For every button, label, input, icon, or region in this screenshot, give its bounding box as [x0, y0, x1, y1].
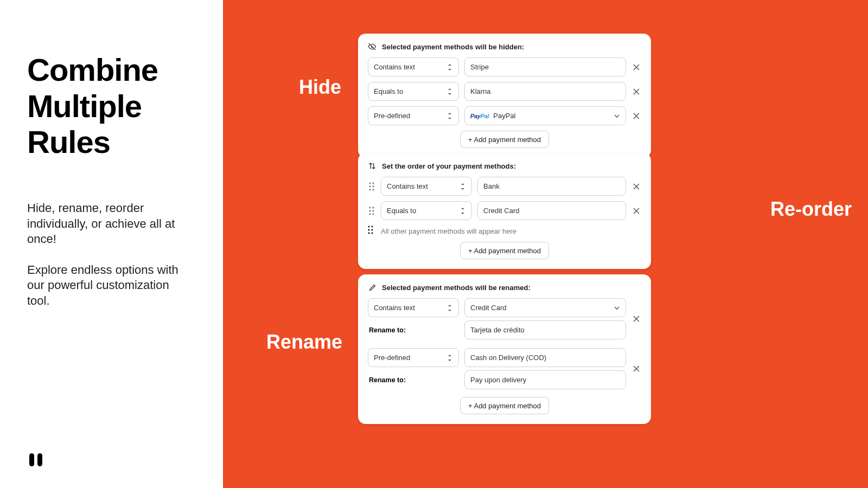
sort-icon — [459, 207, 466, 215]
reorder-card: Set the order of your payment methods: C… — [358, 153, 651, 269]
remove-pair-button[interactable] — [631, 316, 641, 322]
svg-point-13 — [373, 213, 374, 215]
rename-pair: Pre-defined Cash on Delivery (COD) Renam… — [368, 348, 641, 389]
match-select[interactable]: Equals to — [381, 201, 472, 220]
rename-to-label: Rename to: — [368, 376, 459, 384]
value-dropdown[interactable]: PayPal PayPal — [464, 106, 626, 125]
drag-handle-icon[interactable] — [368, 182, 375, 191]
rename-to-text: Pay upon delivery — [470, 376, 526, 384]
hide-card-title: Selected payment methods will be hidden: — [382, 43, 524, 51]
value-text: Bank — [483, 182, 500, 190]
remove-row-button[interactable] — [631, 113, 641, 119]
reorder-row: Equals to Credit Card — [368, 201, 641, 220]
add-payment-method-button[interactable]: + Add payment method — [460, 242, 549, 259]
remove-pair-button[interactable] — [631, 365, 641, 372]
svg-point-17 — [372, 229, 373, 231]
svg-point-11 — [373, 210, 374, 211]
reorder-arrows-icon — [368, 162, 376, 170]
svg-point-6 — [369, 189, 371, 190]
drag-handle-icon[interactable] — [368, 207, 375, 215]
match-select[interactable]: Pre-defined — [368, 348, 459, 367]
marketing-sidebar: Combine Multiple Rules Hide, rename, reo… — [0, 0, 223, 488]
value-input[interactable]: Bank — [477, 177, 626, 196]
svg-point-7 — [373, 189, 374, 190]
pencil-icon — [368, 283, 376, 292]
eye-off-icon — [368, 42, 376, 51]
drag-handle-icon[interactable] — [368, 226, 375, 236]
svg-point-14 — [368, 226, 370, 228]
remove-row-button[interactable] — [631, 88, 641, 95]
hide-row: Equals to Klarna — [368, 82, 641, 101]
value-text: Stripe — [470, 63, 489, 71]
hide-label: Hide — [299, 76, 341, 99]
value-text: Cash on Delivery (COD) — [470, 354, 546, 362]
value-text: Credit Card — [483, 207, 519, 215]
chevron-down-icon — [614, 305, 620, 311]
hide-row: Pre-defined PayPal PayPal — [368, 106, 641, 125]
sort-icon — [446, 354, 453, 362]
canvas: Hide Re-order Rename Selected payment me… — [223, 0, 868, 488]
rename-card: Selected payment methods will be renamed… — [358, 274, 651, 424]
rename-to-input[interactable]: Tarjeta de crédito — [464, 320, 626, 339]
svg-point-9 — [373, 207, 374, 208]
svg-point-15 — [372, 226, 373, 228]
match-select[interactable]: Contains text — [368, 298, 459, 317]
match-select[interactable]: Equals to — [368, 82, 459, 101]
value-input[interactable]: Cash on Delivery (COD) — [464, 348, 626, 367]
remove-row-button[interactable] — [631, 208, 641, 214]
rename-label: Rename — [266, 331, 342, 354]
match-select[interactable]: Contains text — [368, 57, 459, 76]
match-select-value: Pre-defined — [374, 112, 410, 120]
hide-card: Selected payment methods will be hidden:… — [358, 34, 651, 158]
reorder-remainder-row: All other payment methods will appear he… — [368, 226, 641, 236]
svg-point-12 — [369, 213, 371, 215]
value-input[interactable]: Credit Card — [477, 201, 626, 220]
value-text: Klarna — [470, 87, 491, 95]
chevron-down-icon — [614, 113, 620, 119]
value-input[interactable]: Klarna — [464, 82, 626, 101]
value-text: PayPal — [493, 112, 515, 120]
brand-logo — [27, 451, 44, 471]
sort-icon — [446, 63, 453, 71]
sort-icon — [446, 88, 453, 95]
svg-point-19 — [372, 233, 373, 234]
match-select-value: Pre-defined — [374, 354, 410, 362]
svg-point-5 — [373, 185, 374, 187]
sort-icon — [446, 112, 453, 120]
svg-point-4 — [369, 185, 371, 187]
sort-icon — [446, 304, 453, 312]
sort-icon — [459, 183, 466, 190]
add-payment-method-button[interactable]: + Add payment method — [460, 397, 549, 414]
match-select[interactable]: Contains text — [381, 177, 472, 196]
svg-point-2 — [369, 182, 371, 184]
reorder-row: Contains text Bank — [368, 177, 641, 196]
remove-row-button[interactable] — [631, 64, 641, 70]
rename-to-input[interactable]: Pay upon delivery — [464, 370, 626, 389]
match-select-value: Contains text — [374, 304, 415, 312]
svg-point-10 — [369, 210, 371, 211]
rename-pair: Contains text Credit Card Rename to: Tar… — [368, 298, 641, 339]
match-select-value: Contains text — [387, 182, 428, 190]
reorder-note: All other payment methods will appear he… — [381, 227, 516, 235]
hide-row: Contains text Stripe — [368, 57, 641, 76]
svg-point-8 — [369, 207, 371, 208]
value-input[interactable]: Stripe — [464, 57, 626, 76]
heading: Combine Multiple Rules — [27, 52, 196, 160]
description-p2: Explore endless options with our powerfu… — [27, 262, 190, 309]
description-block: Hide, rename, reorder individually, or a… — [27, 201, 190, 309]
description-p1: Hide, rename, reorder individually, or a… — [27, 201, 190, 247]
svg-point-18 — [368, 233, 370, 234]
match-select[interactable]: Pre-defined — [368, 106, 459, 125]
value-dropdown[interactable]: Credit Card — [464, 298, 626, 317]
svg-rect-0 — [29, 453, 34, 466]
match-select-value: Equals to — [387, 207, 416, 215]
rename-to-label: Rename to: — [368, 326, 459, 334]
match-select-value: Contains text — [374, 63, 415, 71]
rename-card-title: Selected payment methods will be renamed… — [382, 284, 531, 292]
svg-rect-1 — [37, 453, 42, 466]
match-select-value: Equals to — [374, 87, 403, 95]
value-text: Credit Card — [470, 304, 506, 312]
add-payment-method-button[interactable]: + Add payment method — [460, 131, 549, 148]
remove-row-button[interactable] — [631, 183, 641, 190]
svg-point-3 — [373, 182, 374, 184]
